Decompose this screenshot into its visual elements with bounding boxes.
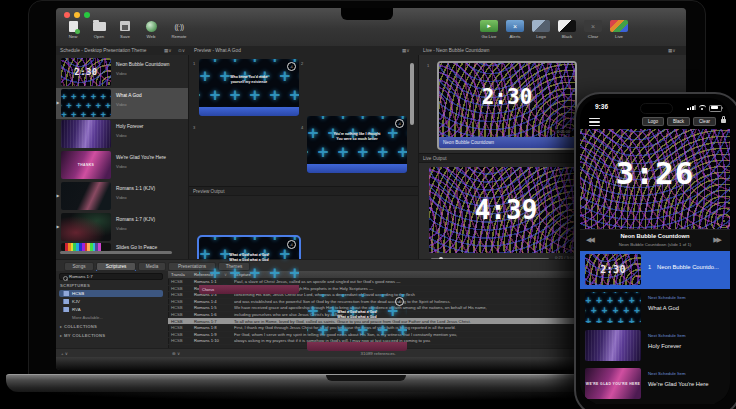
zoom-window-button[interactable]	[84, 12, 90, 18]
lock-icon[interactable]	[721, 119, 726, 123]
remote-button[interactable]: ((·)) Remote	[164, 20, 194, 39]
preview-slide-1[interactable]: ♫ Who knew You'd makeyourself my existen…	[199, 59, 299, 116]
live-button[interactable]: Live	[606, 20, 632, 39]
table-options-icon[interactable]: ⊕ ∨	[172, 351, 180, 356]
my-collections-group[interactable]: ▸ MY COLLECTIONS	[60, 333, 105, 338]
phone-item-neon-bubble[interactable]: 2:30 1 Neon Bubble Countdo...	[580, 251, 730, 290]
remote-antenna-icon: ((·))	[174, 23, 183, 30]
next-schedule-label: Next Schedule Item	[648, 333, 686, 338]
black-button[interactable]: Black	[554, 20, 580, 39]
bible-kjv[interactable]: KJV	[59, 298, 163, 305]
sort-icon[interactable]: ∨	[224, 272, 227, 277]
scripture-search-input[interactable]: Romans 1:7	[59, 273, 163, 280]
add-button[interactable]: + ∨	[61, 351, 68, 356]
collections-group[interactable]: ▸ COLLECTIONS	[60, 324, 97, 329]
phone-logo-button[interactable]: Logo	[642, 117, 664, 126]
phone-item-holy-forever[interactable]: Next Schedule Item Holy Forever	[580, 327, 730, 366]
col-scripture[interactable]: Scripture	[234, 272, 251, 277]
open-button[interactable]: Open	[86, 20, 112, 39]
black-icon	[558, 20, 576, 32]
item-title: We're Glad You're Here	[116, 155, 166, 160]
countdown-text: 2:30	[439, 85, 575, 109]
search-icon	[63, 276, 68, 281]
tab-scriptures[interactable]: Scriptures	[96, 262, 136, 271]
thumbnail	[61, 120, 111, 148]
thumbnail	[61, 213, 111, 241]
item-title: Holy Forever	[648, 343, 681, 349]
horizontal-scrollbar[interactable]	[60, 251, 172, 254]
item-title: Holy Forever	[116, 124, 143, 129]
new-button[interactable]: New	[60, 20, 86, 39]
go-live-button[interactable]: ▸ Go Live	[476, 20, 502, 39]
schedule-item-neon-bubble-countdown[interactable]: 2:30 Neon Bubble Countdown Video	[56, 57, 188, 88]
tab-media[interactable]: Media	[138, 262, 166, 271]
col-reference[interactable]: Reference	[194, 272, 213, 277]
save-button[interactable]: Save	[112, 20, 138, 39]
web-globe-icon	[146, 21, 157, 32]
black-label: Black	[554, 34, 580, 39]
close-window-button[interactable]	[64, 12, 70, 18]
schedule-item-romans-1-7[interactable]: ▶ Romans 1:7 (KJV) Video	[56, 212, 188, 243]
phone-item-what-a-god[interactable]: ++++++++++++++++++++++++++++ Next Schedu…	[580, 289, 730, 328]
item-subtitle: Video	[116, 164, 127, 169]
thumbnail	[61, 243, 111, 251]
phone-black-button[interactable]: Black	[667, 117, 690, 126]
schedule-item-holy-forever[interactable]: Holy Forever Video	[56, 119, 188, 150]
slide-number: 4	[301, 125, 303, 130]
item-title: Neon Bubble Countdo...	[657, 264, 719, 270]
expander-icon[interactable]: ▶	[57, 193, 60, 198]
thumbnail: ++++++++++++++++++++++++++++	[61, 89, 111, 117]
next-icon[interactable]: ▶▶	[713, 236, 720, 244]
next-schedule-label: Next Schedule Item	[648, 371, 686, 376]
preview-view-icon[interactable]: ▦∨	[402, 48, 410, 53]
live-output-slide: 4:39	[429, 167, 583, 253]
group-bar	[199, 107, 299, 116]
phone-status-bar: 9:36	[580, 102, 730, 113]
phone-clear-button[interactable]: Clear	[693, 117, 716, 126]
new-label: New	[60, 34, 86, 39]
schedule-item-romans-1-1[interactable]: ▶ Romans 1:1 (KJV) Video	[56, 181, 188, 212]
live-view-icon[interactable]: ▦∨	[668, 48, 676, 53]
new-document-icon	[69, 21, 78, 32]
schedule-item-what-a-god[interactable]: ▶ ++++++++++++++++++++++++++++ What A Go…	[56, 88, 188, 119]
clear-button[interactable]: × Clear	[580, 20, 606, 39]
expander-icon[interactable]: ▶	[57, 224, 60, 229]
minimize-window-button[interactable]	[74, 12, 80, 18]
clear-icon: ×	[584, 20, 602, 32]
schedule-item-were-glad[interactable]: THANKS We're Glad You're Here Video	[56, 150, 188, 181]
live-slide-label: Neon Bubble Countdown	[439, 137, 575, 148]
alerts-icon: ×	[506, 20, 524, 32]
logo-button[interactable]: Logo	[528, 20, 554, 39]
schedule-playlist: 2:30 Neon Bubble Countdown Video ▶ +++++…	[56, 55, 189, 259]
thumbnail: ++++++++++++++++++++++++++++	[585, 292, 641, 323]
battery-icon	[709, 105, 722, 112]
tab-songs[interactable]: Songs	[64, 262, 94, 271]
dynamic-island	[640, 103, 673, 115]
phone-item-were-glad[interactable]: WE'RE GLAD YOU'RE HERE Next Schedule Ite…	[580, 365, 730, 404]
schedule-view-icon[interactable]: ▦∨	[164, 48, 172, 53]
item-title: We're Glad You're Here	[648, 381, 708, 387]
countdown-text: 3:26	[580, 155, 730, 191]
vertical-scrollbar[interactable]	[410, 63, 414, 125]
book-icon	[63, 299, 69, 305]
slide-number: 1	[193, 61, 195, 66]
item-subtitle: Video	[116, 102, 127, 107]
web-label: Web	[138, 34, 164, 39]
thumbnail: THANKS	[61, 151, 111, 179]
preview-slide-2[interactable]: ♫ You're nothing like I thoughtYou were …	[307, 116, 407, 173]
more-available-link[interactable]: More Available...	[72, 315, 103, 320]
live-slide[interactable]: 2:30 0:05:00 Neon Bubble Countdown	[437, 61, 577, 150]
schedule-sort-icon[interactable]: ⊙∨	[178, 48, 185, 53]
save-icon	[120, 21, 130, 31]
phone-toolbar: Logo Black Clear	[580, 115, 730, 129]
menu-icon[interactable]	[589, 118, 600, 126]
go-live-icon: ▸	[480, 20, 498, 32]
bible-rva[interactable]: RVA	[59, 306, 163, 313]
alerts-button[interactable]: × Alerts	[502, 20, 528, 39]
bible-hcsb[interactable]: HCSB	[59, 290, 163, 297]
expander-icon[interactable]: ▶	[57, 100, 60, 105]
web-button[interactable]: Web	[138, 20, 164, 39]
phone-item-partial[interactable]: Next Schedule Item	[580, 403, 730, 404]
col-translation[interactable]: Transla	[171, 272, 185, 277]
schedule-header: Schedule - Desktop Presentation Theme	[60, 48, 146, 53]
